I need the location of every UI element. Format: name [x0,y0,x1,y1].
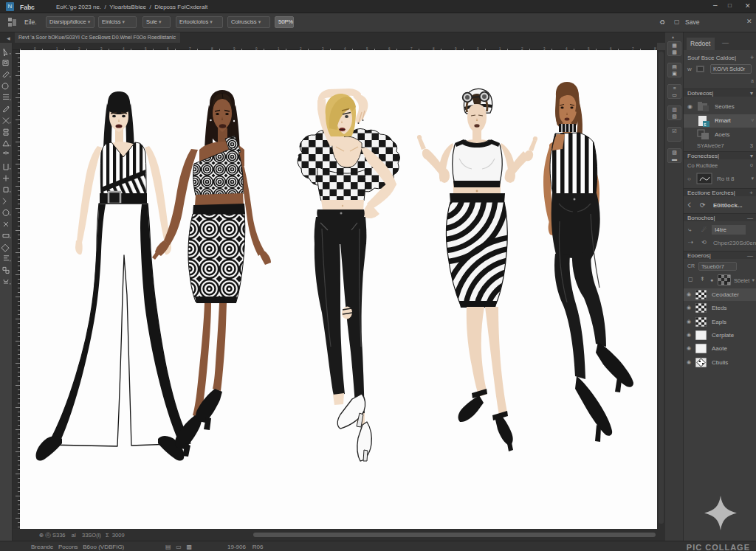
svg-text:s: s [704,122,707,127]
